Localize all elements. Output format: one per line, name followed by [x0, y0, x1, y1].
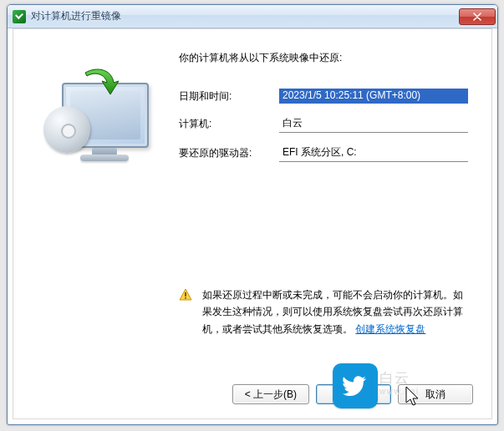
left-column	[37, 49, 179, 360]
row-drives: 要还原的驱动器: EFI 系统分区, C:	[179, 145, 468, 162]
svg-rect-1	[185, 297, 186, 299]
close-icon	[473, 13, 481, 21]
window-title: 对计算机进行重镜像	[31, 9, 459, 23]
warning-icon	[179, 288, 194, 337]
value-datetime[interactable]: 2023/1/5 10:25:11 (GMT+8:00)	[279, 89, 468, 104]
value-drives[interactable]: EFI 系统分区, C:	[279, 145, 468, 162]
close-button[interactable]	[459, 8, 496, 25]
footer: < 上一步(B) 完成 取消	[13, 370, 491, 418]
green-arrow-icon	[80, 68, 119, 106]
svg-rect-0	[185, 292, 186, 297]
row-datetime: 日期和时间: 2023/1/5 10:25:11 (GMT+8:00)	[179, 89, 468, 104]
cancel-button[interactable]: 取消	[398, 384, 473, 404]
value-computer[interactable]: 白云	[279, 115, 468, 133]
titlebar[interactable]: 对计算机进行重镜像	[8, 5, 497, 28]
reimage-wizard-window: 对计算机进行重镜像	[7, 4, 498, 425]
bird-icon	[341, 372, 369, 400]
watermark-logo	[333, 363, 378, 408]
label-drives: 要还原的驱动器:	[179, 146, 279, 160]
restore-image-icon	[40, 73, 157, 165]
app-icon	[13, 10, 26, 23]
create-recovery-disc-link[interactable]: 创建系统恢复盘	[355, 323, 425, 335]
client-area: 你的计算机将从以下系统映像中还原: 日期和时间: 2023/1/5 10:25:…	[13, 28, 492, 419]
warning-block: 如果还原过程中断或未完成，可能不会启动你的计算机。如果发生这种情况，则可以使用系…	[179, 286, 468, 337]
intro-text: 你的计算机将从以下系统映像中还原:	[179, 51, 468, 65]
label-computer: 计算机:	[179, 117, 279, 131]
warning-text: 如果还原过程中断或未完成，可能不会启动你的计算机。如果发生这种情况，则可以使用系…	[202, 286, 468, 337]
content: 你的计算机将从以下系统映像中还原: 日期和时间: 2023/1/5 10:25:…	[13, 29, 491, 418]
row-computer: 计算机: 白云	[179, 115, 468, 133]
back-button[interactable]: < 上一步(B)	[232, 384, 309, 404]
label-datetime: 日期和时间:	[179, 89, 279, 104]
